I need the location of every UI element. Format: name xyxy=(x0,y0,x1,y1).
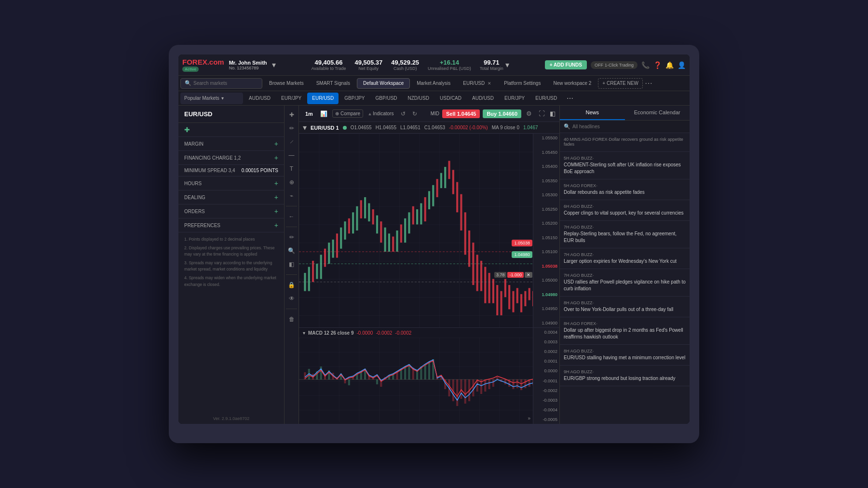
news-search-input[interactable] xyxy=(572,124,686,129)
active-badge: Active xyxy=(182,67,199,72)
pair-tab-eurjpy-2[interactable]: EUR/JPY xyxy=(500,93,529,104)
pair-tab-nzdusd[interactable]: NZD/USD xyxy=(403,93,434,104)
tab-economic-calendar[interactable]: Economic Calendar xyxy=(625,106,690,120)
layers-tool[interactable]: ◧ xyxy=(286,259,297,270)
news-item-9[interactable]: 8H AGO BUZZ- EUR/USD stalling having met… xyxy=(560,345,690,366)
layer-icon[interactable]: ◧ xyxy=(550,110,556,117)
news-headline-10: EUR/GBP strong rebound but losing tracti… xyxy=(564,375,686,382)
financing-section[interactable]: FINANCING CHARGE 1,2 + xyxy=(178,151,284,165)
pair-tab-gbpjpy[interactable]: GBP/JPY xyxy=(339,93,369,104)
timeframe-1m[interactable]: 1m xyxy=(303,110,315,118)
news-headline-9: EUR/USD stalling having met a minimum co… xyxy=(564,354,686,361)
pair-tab-audusd-2[interactable]: AUD/USD xyxy=(467,93,499,104)
horizontal-line-tool[interactable]: — xyxy=(286,150,297,161)
tab-market-analysis[interactable]: Market Analysis xyxy=(411,78,456,89)
chart-settings-icon[interactable]: ⚙ xyxy=(524,109,534,118)
redo-icon[interactable]: ↻ xyxy=(410,109,419,118)
hours-section[interactable]: HOURS + xyxy=(178,176,284,190)
one-click-trading-toggle[interactable]: OFF 1-Click Trading xyxy=(591,61,637,69)
ohlc-low-label: L1.04651 xyxy=(400,125,420,130)
news-item-4[interactable]: 7H AGO BUZZ- Replay-Sterling bears, foll… xyxy=(560,221,690,248)
zoom-tool[interactable]: 🔍 xyxy=(286,245,297,256)
add-to-watchlist-icon[interactable]: ✚ xyxy=(184,126,190,134)
back-arrow-tool[interactable]: ← xyxy=(286,211,297,222)
news-search-bar[interactable]: 🔍 xyxy=(560,121,690,133)
sell-button[interactable]: Sell 1.04645 xyxy=(442,109,480,118)
text-tool[interactable]: T xyxy=(286,163,297,174)
news-search-icon: 🔍 xyxy=(564,123,570,130)
news-item-8[interactable]: 8H AGO FOREX- Dollar up after biggest dr… xyxy=(560,317,690,345)
net-equity-value: 49,505.37 xyxy=(354,59,382,66)
more-pairs-button[interactable]: ⋯ xyxy=(563,95,577,102)
user-icon[interactable]: 👤 xyxy=(678,61,686,69)
hours-expand[interactable]: + xyxy=(274,179,278,187)
mid-label: MID xyxy=(431,111,439,116)
chart-type-icon[interactable]: 📊 xyxy=(318,109,329,118)
indicators-button[interactable]: ⟁ Indicators xyxy=(366,110,396,117)
crosshair-tool[interactable]: ✚ xyxy=(286,109,297,120)
tab-new-workspace-2[interactable]: New workspace 2 xyxy=(547,78,597,89)
tab-eurusd-close[interactable]: ✕ xyxy=(488,81,491,86)
add-funds-button[interactable]: + ADD FUNDS xyxy=(545,60,587,69)
popular-markets-selector[interactable]: Popular Markets ▾ xyxy=(180,93,243,104)
news-item-10[interactable]: 9H AGO BUZZ- EUR/GBP strong rebound but … xyxy=(560,366,690,386)
tab-news[interactable]: News xyxy=(560,106,625,120)
dealing-section[interactable]: DEALING + xyxy=(178,190,284,204)
lock-tool[interactable]: 🔒 xyxy=(286,280,297,290)
eye-tool[interactable]: 👁 xyxy=(286,293,297,304)
pair-tab-eurjpy-1[interactable]: EUR/JPY xyxy=(276,93,306,104)
order-close-button[interactable]: ✕ xyxy=(525,272,532,278)
available-value: 49,405.66 xyxy=(315,59,343,66)
search-bar[interactable]: 🔍 xyxy=(180,78,262,89)
pair-tab-gbpusd[interactable]: GBP/USD xyxy=(371,93,402,104)
tab-browse-markets[interactable]: Browse Markets xyxy=(263,78,310,89)
margin-expand[interactable]: + xyxy=(274,140,278,148)
macd-val2: -0.0002 xyxy=(376,330,392,336)
trash-tool[interactable]: 🗑 xyxy=(286,314,297,325)
tabs-overflow-icon[interactable]: ⋯ xyxy=(645,79,652,88)
chart-expand-bottom[interactable]: » xyxy=(528,413,530,422)
preferences-expand[interactable]: + xyxy=(274,221,278,229)
account-dropdown-icon[interactable]: ▾ xyxy=(272,60,276,69)
news-item-1[interactable]: 5H AGO BUZZ- COMMENT-Sterling soft after… xyxy=(560,152,690,179)
chart-dropdown-icon[interactable]: ▾ xyxy=(303,123,307,132)
dealing-expand[interactable]: + xyxy=(274,193,278,201)
orders-expand[interactable]: + xyxy=(274,207,278,215)
trendline-tool[interactable]: ⟋ xyxy=(286,136,297,147)
multi-tool[interactable]: ⊕ xyxy=(286,177,297,188)
compare-button[interactable]: ⊕ Compare xyxy=(332,109,363,118)
notifications-icon[interactable]: 🔔 xyxy=(665,61,674,69)
buy-button[interactable]: Buy 1.04660 xyxy=(483,109,521,118)
financing-expand[interactable]: + xyxy=(274,154,278,162)
tab-smart-signals[interactable]: SMART Signals xyxy=(311,78,356,89)
margin-section[interactable]: MARGIN + xyxy=(178,137,284,151)
macd-collapse-icon[interactable]: ▾ xyxy=(303,330,305,336)
create-new-button[interactable]: + CREATE NEW xyxy=(598,78,643,89)
search-input[interactable] xyxy=(193,81,256,86)
help-icon[interactable]: ❓ xyxy=(653,61,662,69)
news-headline-3: Copper clings to vital support, key for … xyxy=(564,210,686,217)
pattern-tool[interactable]: ⌁ xyxy=(286,190,297,201)
news-item-7[interactable]: 8H AGO BUZZ- Over to New York-Dollar pul… xyxy=(560,297,690,317)
phone-icon[interactable]: 📞 xyxy=(641,61,650,69)
pencil-tool[interactable]: ✏ xyxy=(286,123,297,134)
pair-tab-usdcad[interactable]: USD/CAD xyxy=(435,93,466,104)
tab-eurusd[interactable]: EUR/USD ✕ xyxy=(457,78,497,89)
tab-platform-settings[interactable]: Platform Settings xyxy=(498,78,546,89)
tab-default-workspace[interactable]: Default Workspace xyxy=(357,78,410,89)
total-margin-dropdown[interactable]: ▾ xyxy=(505,60,509,69)
news-item-0[interactable]: 40 MINS AGO FOREX-Dollar recovers ground… xyxy=(560,133,690,152)
news-item-2[interactable]: 5H AGO FOREX- Dollar rebounds as risk ap… xyxy=(560,179,690,200)
news-item-5[interactable]: 7H AGO BUZZ- Larger option expiries for … xyxy=(560,248,690,269)
pair-tab-eurusd-active[interactable]: EUR/USD xyxy=(307,93,339,104)
pair-tab-audusd-1[interactable]: AUD/USD xyxy=(244,93,275,104)
news-item-6[interactable]: 7H AGO BUZZ- USD rallies after Powell pl… xyxy=(560,269,690,297)
pair-tab-eurusd-2[interactable]: EUR/USD xyxy=(530,93,562,104)
svg-rect-43 xyxy=(468,230,470,267)
edit-tool[interactable]: ✏ xyxy=(286,232,297,243)
expand-icon[interactable]: ⛶ xyxy=(537,109,547,118)
news-item-3[interactable]: 6H AGO BUZZ- Copper clings to vital supp… xyxy=(560,200,690,221)
orders-section[interactable]: ORDERS + xyxy=(178,204,284,218)
preferences-section[interactable]: PREFERENCES + xyxy=(178,218,284,232)
undo-icon[interactable]: ↺ xyxy=(399,109,407,118)
